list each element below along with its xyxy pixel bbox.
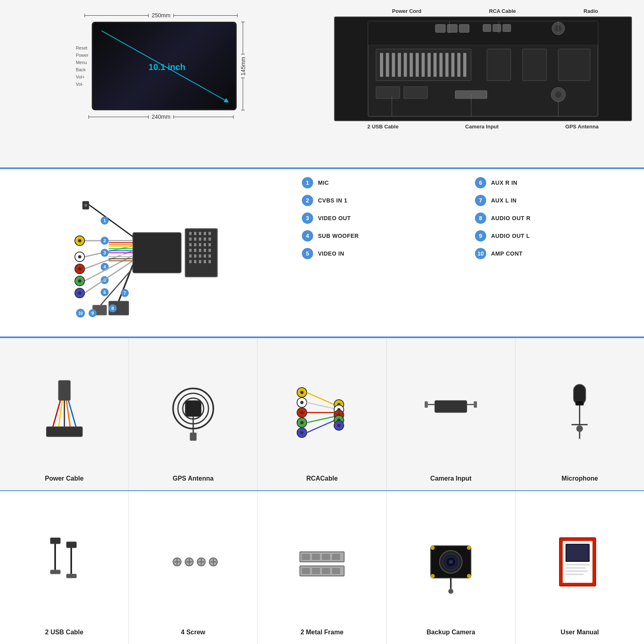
svg-rect-168 — [474, 401, 477, 408]
connector-item-9: 9 AUDIO OUT L — [475, 230, 632, 242]
svg-rect-201 — [322, 568, 330, 574]
svg-text:10: 10 — [78, 311, 83, 316]
connector-item-3: 3 VIDEO OUT — [302, 213, 459, 224]
back-device-image — [334, 17, 632, 121]
btn-reset: Reset — [76, 45, 88, 50]
svg-rect-60 — [194, 249, 196, 252]
accessory-usb-cable-label: 2 USB Cable — [45, 629, 83, 636]
connector-num-1: 1 — [302, 177, 313, 188]
connector-name-10: AMP CONT — [491, 250, 522, 257]
svg-text:7: 7 — [124, 291, 126, 295]
accessory-gps-antenna: GPS Antenna — [129, 338, 258, 490]
svg-rect-46 — [199, 232, 201, 235]
svg-rect-55 — [194, 243, 196, 246]
svg-rect-56 — [199, 243, 201, 246]
svg-line-74 — [89, 204, 133, 237]
svg-rect-58 — [208, 243, 211, 246]
connector-num-6: 6 — [475, 177, 486, 188]
accessory-usb-cable-image — [4, 499, 124, 625]
accessory-rca-cable-image — [262, 346, 382, 471]
svg-point-213 — [448, 589, 453, 594]
accessory-user-manual-image — [520, 499, 640, 625]
dimension-top-label: 250mm — [149, 12, 174, 19]
svg-text:2: 2 — [103, 238, 106, 243]
svg-point-172 — [576, 425, 583, 432]
svg-rect-43 — [185, 229, 217, 277]
svg-rect-220 — [566, 570, 588, 572]
accessory-metal-frame-image — [262, 499, 382, 625]
svg-rect-27 — [463, 53, 466, 77]
label-usb-cable: 2 USB Cable — [367, 124, 398, 130]
svg-rect-68 — [208, 254, 211, 258]
svg-rect-132 — [46, 427, 83, 437]
svg-rect-70 — [194, 260, 196, 263]
connector-name-8: AUDIO OUT R — [491, 215, 530, 221]
svg-rect-200 — [312, 568, 320, 574]
dim-line-top-right — [173, 15, 237, 16]
svg-rect-13 — [380, 53, 383, 77]
svg-point-146 — [300, 421, 303, 424]
svg-rect-26 — [457, 53, 460, 77]
svg-text:6: 6 — [103, 290, 106, 295]
svg-rect-195 — [312, 554, 320, 560]
svg-text:3: 3 — [103, 250, 106, 255]
svg-rect-54 — [189, 243, 192, 246]
svg-point-140 — [300, 391, 303, 394]
accessory-usb-cable: 2 USB Cable — [0, 491, 129, 644]
back-labels-bottom: 2 USB Cable Camera Input GPS Antenna — [334, 124, 632, 130]
connector-num-7: 7 — [475, 195, 486, 206]
svg-rect-19 — [416, 53, 419, 77]
svg-rect-63 — [208, 249, 211, 252]
svg-rect-42 — [133, 233, 181, 273]
connector-name-2: CVBS IN 1 — [318, 197, 347, 204]
connector-list: 1 MIC 2 CVBS IN 1 3 VIDEO OUT 4 SUB WOOF… — [290, 169, 644, 336]
svg-rect-218 — [566, 564, 590, 566]
svg-rect-202 — [332, 568, 340, 574]
connector-name-1: MIC — [318, 180, 329, 186]
svg-rect-196 — [322, 554, 330, 560]
connector-name-5: VIDEO IN — [318, 250, 344, 257]
connector-name-4: SUB WOOFER — [318, 233, 359, 239]
svg-rect-4 — [436, 25, 446, 33]
accessory-user-manual-label: User Manual — [561, 629, 599, 636]
svg-rect-197 — [332, 554, 340, 560]
accessory-backup-camera: Backup Camera — [387, 491, 516, 644]
dim-line-bottom-right — [173, 117, 233, 117]
svg-rect-199 — [302, 568, 310, 574]
svg-rect-73 — [208, 260, 211, 263]
connector-item-1: 1 MIC — [302, 177, 459, 188]
connector-item-4: 4 SUB WOOFER — [302, 230, 459, 242]
svg-rect-61 — [199, 249, 201, 252]
svg-rect-20 — [421, 53, 425, 77]
svg-rect-50 — [194, 237, 196, 241]
svg-rect-23 — [440, 53, 443, 77]
accessory-camera-input-label: Camera Input — [430, 475, 471, 482]
svg-point-35 — [555, 91, 561, 98]
connector-num-2: 2 — [302, 195, 313, 206]
svg-rect-25 — [451, 53, 454, 77]
svg-rect-47 — [204, 232, 206, 235]
svg-point-142 — [300, 401, 303, 404]
svg-rect-53 — [208, 237, 211, 241]
svg-rect-72 — [204, 260, 206, 263]
btn-back: Back — [76, 67, 88, 72]
connector-col-left: 1 MIC 2 CVBS IN 1 3 VIDEO OUT 4 SUB WOOF… — [302, 177, 459, 328]
middle-section: 1 2 3 — [0, 169, 644, 338]
svg-rect-57 — [204, 243, 206, 246]
svg-rect-136 — [185, 400, 201, 417]
svg-point-163 — [337, 424, 341, 427]
connector-name-7: AUX L IN — [491, 197, 517, 204]
svg-rect-15 — [392, 53, 395, 77]
dimension-right-label: 145mm — [240, 54, 246, 78]
svg-rect-45 — [194, 232, 196, 235]
svg-rect-6 — [459, 25, 469, 33]
accessory-screw-label: 4 Screw — [181, 629, 205, 636]
svg-rect-14 — [386, 53, 389, 77]
dimension-bottom: 240mm — [89, 114, 233, 120]
label-radio: Radio — [584, 8, 598, 14]
svg-rect-29 — [522, 49, 546, 81]
label-camera-input: Camera Input — [465, 124, 499, 130]
svg-rect-174 — [576, 400, 584, 405]
svg-text:1: 1 — [103, 218, 106, 223]
accessory-microphone-image — [520, 346, 640, 471]
